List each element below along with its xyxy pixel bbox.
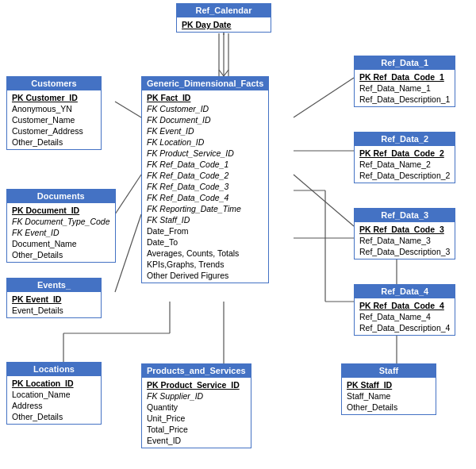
svg-line-19 [224, 70, 228, 76]
entity-header-documents: Documents [7, 190, 115, 203]
field-locations-0: PK Location_ID [10, 378, 98, 389]
svg-line-3 [115, 214, 141, 292]
svg-line-9 [294, 175, 354, 226]
field-products-4: Total_Price [145, 424, 248, 435]
entity-generic: Generic_Dimensional_FactsPK Fact_IDFK Cu… [141, 76, 269, 283]
entity-body-ref_calendar: PK Day Date [177, 17, 271, 32]
field-customers-1: Anonymous_YN [10, 103, 98, 114]
field-ref_data_1-1: Ref_Data_Name_1 [358, 83, 451, 94]
field-generic-6: FK Ref_Data_Code_1 [145, 159, 265, 170]
field-generic-14: Averages, Counts, Totals [145, 248, 265, 259]
svg-line-1 [115, 102, 141, 117]
entity-header-events: Events_ [7, 279, 101, 292]
entity-body-generic: PK Fact_IDFK Customer_IDFK Document_IDFK… [142, 90, 268, 283]
field-generic-1: FK Customer_ID [145, 103, 265, 114]
entity-header-products: Products_and_Services [142, 364, 251, 378]
entity-header-ref_data_1: Ref_Data_1 [355, 56, 455, 70]
field-ref_data_1-2: Ref_Data_Description_1 [358, 94, 451, 105]
svg-line-7 [294, 78, 354, 117]
field-generic-11: FK Staff_ID [145, 214, 265, 225]
field-ref_data_4-0: PK Ref_Data_Code_4 [358, 300, 451, 311]
field-ref_data_3-2: Ref_Data_Description_3 [358, 246, 451, 257]
entity-body-staff: PK Staff_IDStaff_NameOther_Details [342, 378, 436, 414]
entity-events: Events_PK Event_IDEvent_Details [6, 278, 102, 318]
entity-ref_data_2: Ref_Data_2PK Ref_Data_Code_2Ref_Data_Nam… [354, 132, 455, 183]
field-staff-1: Staff_Name [345, 390, 432, 402]
field-generic-12: Date_From [145, 225, 265, 236]
field-products-5: Event_ID [145, 435, 248, 446]
field-staff-2: Other_Details [345, 402, 432, 413]
field-documents-4: Other_Details [10, 249, 112, 260]
entity-products: Products_and_ServicesPK Product_Service_… [141, 363, 251, 448]
field-generic-16: Other Derived Figures [145, 270, 265, 281]
entity-header-ref_calendar: Ref_Calendar [177, 4, 271, 17]
field-ref_data_2-2: Ref_Data_Description_2 [358, 170, 451, 181]
field-generic-0: PK Fact_ID [145, 92, 265, 103]
entity-body-ref_data_3: PK Ref_Data_Code_3Ref_Data_Name_3Ref_Dat… [355, 222, 455, 259]
entity-body-ref_data_2: PK Ref_Data_Code_2Ref_Data_Name_2Ref_Dat… [355, 146, 455, 183]
field-generic-3: FK Event_ID [145, 125, 265, 136]
entity-header-locations: Locations [7, 363, 101, 376]
svg-line-2 [115, 175, 141, 214]
entity-documents: DocumentsPK Document_IDFK Document_Type_… [6, 189, 116, 263]
field-products-1: FK Supplier_ID [145, 390, 248, 402]
field-locations-3: Other_Details [10, 411, 98, 422]
entity-header-generic: Generic_Dimensional_Facts [142, 77, 268, 90]
entity-body-ref_data_1: PK Ref_Data_Code_1Ref_Data_Name_1Ref_Dat… [355, 70, 455, 106]
field-generic-10: FK Reporting_Date_Time [145, 203, 265, 214]
entity-ref_data_3: Ref_Data_3PK Ref_Data_Code_3Ref_Data_Nam… [354, 208, 455, 259]
entity-ref_calendar: Ref_CalendarPK Day Date [176, 3, 271, 33]
entity-body-customers: PK Customer_IDAnonymous_YNCustomer_NameC… [7, 90, 101, 149]
field-generic-15: KPIs,Graphs, Trends [145, 259, 265, 270]
field-generic-2: FK Document_ID [145, 114, 265, 125]
entity-staff: StaffPK Staff_IDStaff_NameOther_Details [341, 363, 436, 415]
entity-body-products: PK Product_Service_IDFK Supplier_IDQuant… [142, 378, 251, 448]
field-documents-3: Document_Name [10, 238, 112, 249]
field-documents-0: PK Document_ID [10, 205, 112, 216]
field-generic-4: FK Location_ID [145, 136, 265, 148]
field-generic-8: FK Ref_Data_Code_3 [145, 181, 265, 192]
entity-header-ref_data_2: Ref_Data_2 [355, 133, 455, 146]
entity-body-ref_data_4: PK Ref_Data_Code_4Ref_Data_Name_4Ref_Dat… [355, 298, 455, 335]
field-generic-7: FK Ref_Data_Code_2 [145, 170, 265, 181]
entity-locations: LocationsPK Location_IDLocation_NameAddr… [6, 362, 102, 425]
field-ref_data_3-0: PK Ref_Data_Code_3 [358, 224, 451, 235]
entity-body-locations: PK Location_IDLocation_NameAddressOther_… [7, 376, 101, 424]
entity-ref_data_4: Ref_Data_4PK Ref_Data_Code_4Ref_Data_Nam… [354, 284, 455, 336]
field-documents-2: FK Event_ID [10, 227, 112, 238]
field-products-2: Quantity [145, 402, 248, 413]
field-ref_calendar-0: PK Day Date [180, 19, 267, 30]
field-customers-4: Other_Details [10, 136, 98, 148]
field-products-3: Unit_Price [145, 413, 248, 424]
field-staff-0: PK Staff_ID [345, 379, 432, 390]
field-ref_data_4-1: Ref_Data_Name_4 [358, 311, 451, 322]
entity-header-ref_data_3: Ref_Data_3 [355, 209, 455, 222]
svg-line-18 [219, 70, 224, 76]
entity-ref_data_1: Ref_Data_1PK Ref_Data_Code_1Ref_Data_Nam… [354, 56, 455, 107]
field-ref_data_2-1: Ref_Data_Name_2 [358, 159, 451, 170]
field-customers-0: PK Customer_ID [10, 92, 98, 103]
field-ref_data_2-0: PK Ref_Data_Code_2 [358, 148, 451, 159]
field-generic-9: FK Ref_Data_Code_4 [145, 192, 265, 203]
entity-body-events: PK Event_IDEvent_Details [7, 292, 101, 317]
field-generic-5: FK Product_Service_ID [145, 148, 265, 159]
field-customers-3: Customer_Address [10, 125, 98, 136]
field-products-0: PK Product_Service_ID [145, 379, 248, 390]
field-ref_data_4-2: Ref_Data_Description_4 [358, 322, 451, 333]
field-events-1: Event_Details [10, 305, 98, 316]
field-customers-2: Customer_Name [10, 114, 98, 125]
entity-header-staff: Staff [342, 364, 436, 378]
entity-customers: CustomersPK Customer_IDAnonymous_YNCusto… [6, 76, 102, 150]
field-locations-1: Location_Name [10, 389, 98, 400]
entity-header-customers: Customers [7, 77, 101, 90]
field-locations-2: Address [10, 400, 98, 411]
field-events-0: PK Event_ID [10, 294, 98, 305]
entity-header-ref_data_4: Ref_Data_4 [355, 285, 455, 298]
field-generic-13: Date_To [145, 236, 265, 248]
entity-body-documents: PK Document_IDFK Document_Type_CodeFK Ev… [7, 203, 115, 262]
field-ref_data_1-0: PK Ref_Data_Code_1 [358, 71, 451, 83]
field-ref_data_3-1: Ref_Data_Name_3 [358, 235, 451, 246]
erd-diagram: Ref_CalendarPK Day DateCustomersPK Custo… [0, 0, 476, 469]
field-documents-1: FK Document_Type_Code [10, 216, 112, 227]
